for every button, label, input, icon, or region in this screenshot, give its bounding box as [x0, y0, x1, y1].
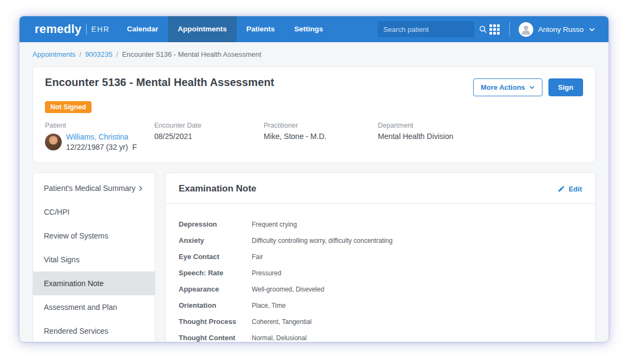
more-actions-button[interactable]: More Actions: [473, 78, 542, 96]
logo-wordmark: remedly: [35, 22, 81, 36]
breadcrumb-current: Encounter 5136 - Mental Health Assessmen…: [122, 50, 261, 58]
exam-field-label: Appearance: [179, 285, 252, 293]
exam-field-label: Thought Process: [179, 317, 252, 326]
exam-field-row-speech-rate: Speech: Rate Pressured: [179, 269, 582, 277]
more-actions-label: More Actions: [481, 83, 525, 91]
logo-suffix: EHR: [91, 25, 109, 34]
department-label: Department: [378, 122, 487, 129]
apps-grid-icon[interactable]: [489, 24, 500, 35]
exam-field-value: Normal, Delusional: [252, 334, 306, 342]
exam-fields: Depression Frequent crying Anxiety Diffi…: [166, 204, 595, 342]
status-badge: Not Signed: [45, 101, 91, 113]
exam-field-label: Eye Contact: [179, 253, 252, 261]
remedly-logo[interactable]: remedly EHR: [35, 22, 110, 36]
search-input[interactable]: [383, 25, 479, 34]
sidebar-item-label: CC/HPI: [44, 208, 69, 216]
practitioner-column: Practitioner Mike, Stone - M.D.: [264, 122, 378, 151]
department-column: Department Mental Health Division: [378, 122, 487, 151]
exam-field-row-anxiety: Anxiety Difficulty controlling worry, di…: [179, 236, 582, 244]
practitioner-label: Practitioner: [264, 122, 378, 129]
patient-info-column: Patient Williams, Christina 12/22/1987 (…: [45, 122, 154, 151]
logo-divider: [86, 24, 87, 35]
nav-item-settings[interactable]: Settings: [285, 16, 333, 42]
exam-field-value: Coherent, Tangential: [252, 318, 312, 326]
patient-label: Patient: [45, 122, 154, 129]
examination-note-title: Examination Note: [179, 183, 257, 194]
practitioner-value: Mike, Stone - M.D.: [264, 132, 378, 141]
sidebar-item-review-of-systems[interactable]: Review of Systems: [33, 224, 155, 248]
exam-field-row-appearance: Appearance Well-groomed, Diseveled: [179, 285, 582, 293]
sidebar-item-label: Rendered Services: [44, 327, 108, 335]
sidebar-item-label: Examination Note: [44, 279, 104, 288]
exam-field-label: Thought Content: [179, 334, 252, 342]
sidebar-item-vital-signs[interactable]: Vital Signs: [33, 248, 155, 272]
nav-item-calendar[interactable]: Calendar: [117, 16, 168, 42]
breadcrumb-separator: /: [80, 50, 82, 58]
nav-item-appointments[interactable]: Appointments: [168, 16, 237, 42]
department-value: Mental Health Division: [378, 132, 487, 141]
nav-item-patients[interactable]: Patients: [237, 16, 285, 42]
user-name: Antony Russo: [538, 25, 584, 34]
edit-button[interactable]: Edit: [558, 185, 582, 193]
patient-dob: 12/22/1987 (32 yr) F: [66, 143, 137, 151]
encounter-date-value: 08/25/2021: [154, 132, 264, 141]
exam-field-row-thought-content: Thought Content Normal, Delusional: [179, 334, 582, 342]
top-navbar: remedly EHR Calendar Appointments Patien…: [19, 16, 609, 42]
sidebar-item-label: Assessment and Plan: [44, 303, 117, 312]
sign-button[interactable]: Sign: [548, 78, 583, 96]
patient-avatar: [45, 134, 62, 150]
encounter-sections-sidebar: Patient's Medical Summary CC/HPI Review …: [32, 173, 155, 342]
nav-links: Calendar Appointments Patients Settings: [117, 16, 333, 42]
exam-field-row-eye-contact: Eye Contact Fair: [179, 253, 582, 261]
breadcrumb-separator: /: [116, 50, 119, 58]
chevron-right-icon: [137, 185, 144, 192]
exam-field-value: Fair: [252, 253, 263, 261]
exam-field-value: Place, Time: [252, 302, 286, 309]
nav-divider: [509, 22, 510, 36]
user-avatar-icon: [519, 22, 533, 37]
exam-field-label: Orientation: [179, 301, 252, 309]
chevron-down-icon: [588, 26, 596, 33]
exam-field-value: Difficulty controlling worry, difficulty…: [252, 237, 392, 244]
exam-field-row-depression: Depression Frequent crying: [179, 220, 582, 228]
exam-field-label: Depression: [179, 220, 252, 228]
sidebar-item-assessment-and-plan[interactable]: Assessment and Plan: [33, 295, 155, 319]
encounter-date-column: Encounter Date 08/25/2021: [154, 122, 264, 151]
exam-field-row-thought-process: Thought Process Coherent, Tangential: [179, 317, 582, 326]
exam-field-label: Anxiety: [179, 236, 252, 244]
edit-label: Edit: [568, 185, 582, 193]
sidebar-item-label: Review of Systems: [44, 231, 108, 240]
sidebar-item-examination-note[interactable]: Examination Note: [33, 272, 155, 295]
breadcrumb-link-appointment-id[interactable]: 9003235: [85, 50, 113, 58]
exam-field-label: Speech: Rate: [179, 269, 252, 277]
sidebar-item-label: Patient's Medical Summary: [44, 184, 135, 193]
app-window: remedly EHR Calendar Appointments Patien…: [19, 16, 609, 342]
caret-down-icon: [529, 84, 535, 90]
exam-field-row-orientation: Orientation Place, Time: [179, 301, 582, 309]
exam-field-value: Frequent crying: [252, 221, 297, 228]
sidebar-item-patients-medical-summary[interactable]: Patient's Medical Summary: [33, 176, 155, 200]
encounter-date-label: Encounter Date: [154, 122, 264, 129]
breadcrumb: Appointments/9003235/Encounter 5136 - Me…: [19, 42, 609, 65]
search-icon[interactable]: [479, 25, 487, 34]
breadcrumb-link-appointments[interactable]: Appointments: [32, 50, 76, 58]
page-title: Encounter 5136 - Mental Health Assessmen…: [45, 76, 274, 89]
patient-name-link[interactable]: Williams, Christina: [66, 133, 128, 141]
patient-search-box[interactable]: [378, 21, 474, 37]
sidebar-item-cc-hpi[interactable]: CC/HPI: [33, 200, 155, 224]
user-menu[interactable]: Antony Russo: [519, 22, 596, 37]
pencil-icon: [558, 185, 565, 193]
exam-field-value: Pressured: [252, 269, 282, 277]
sidebar-item-rendered-services[interactable]: Rendered Services: [33, 319, 155, 342]
sidebar-item-label: Vital Signs: [44, 255, 80, 264]
exam-field-value: Well-groomed, Diseveled: [252, 286, 324, 293]
examination-note-panel: Examination Note Edit Depression Frequen…: [165, 173, 596, 342]
encounter-header-card: Encounter 5136 - Mental Health Assessmen…: [32, 67, 596, 163]
